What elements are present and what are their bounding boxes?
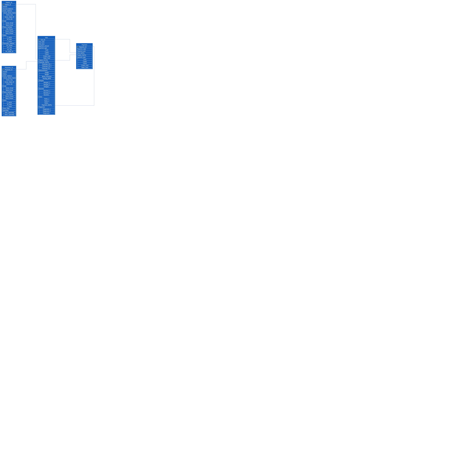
- field-row: Diagnoses_2: [39, 110, 55, 112]
- field-row: Physician_ID_1: [39, 63, 55, 65]
- entity-rows: Patient_IDGenderAccount_BalanceHome_Addr…: [2, 4, 16, 53]
- field-row: Allergies_1: [39, 82, 55, 84]
- field-row: PH_Zip: [3, 48, 16, 51]
- field-label: PH_Street: [6, 45, 12, 46]
- relationship-lines: [0, 0, 123, 120]
- field-row: payment_type: [77, 56, 92, 58]
- field-label: PH_State_ID: [6, 51, 13, 52]
- field-row: Physician_ID_2: [39, 65, 55, 67]
- field-label: Physician_ID_2: [42, 66, 51, 67]
- field-label: Patient_ID(FK): [77, 55, 86, 56]
- entity-visit: Visit Visit_IDVisit_dateVisit_timepaymen…: [38, 36, 55, 115]
- field-row: Home_Street_Name: [3, 77, 16, 79]
- field-row: payment_amount: [38, 45, 55, 47]
- entity-title: Visit: [38, 37, 55, 39]
- field-label: Cell_Phone: [6, 29, 13, 30]
- field-label: Pharmacy_Address: [3, 43, 14, 44]
- field-label: Speclialty: [3, 110, 9, 111]
- field-row: Home_State_ID: [3, 81, 16, 83]
- field-label: F_name: [7, 37, 12, 38]
- field-row: Patient_ID(FK): [77, 54, 92, 56]
- field-row: Name: [2, 99, 16, 101]
- field-label: Visit_time: [39, 43, 44, 45]
- field-label: Home_Address: [3, 75, 12, 77]
- field-label: Email: [3, 20, 6, 22]
- field-label: Vaccines: [39, 88, 44, 89]
- field-row: Pharmacy_Address: [2, 42, 16, 45]
- field-row: Debit_Card: [78, 67, 92, 68]
- field-label: Cell_Phone: [6, 94, 13, 95]
- field-label: Home_Zip: [6, 18, 12, 20]
- field-label: Home_Zip: [6, 83, 12, 85]
- field-row: Salary: [2, 73, 16, 75]
- field-label: Diagnoses...: [43, 112, 50, 114]
- field-row: Cell_Phone: [3, 93, 16, 95]
- entity-physician: Physician_ID Physician_IDGenderSalaryHom…: [2, 66, 16, 116]
- field-row: Vaccines...: [39, 94, 55, 96]
- entity-payment: Payment Payment_IDPayment_datePayment_am…: [76, 43, 93, 69]
- svg-point-1: [3, 5, 3, 5]
- field-label: M_inital: [7, 39, 12, 40]
- field-label: Vaccines...: [44, 94, 50, 96]
- field-label: Name: [3, 35, 6, 36]
- field-row: Home_Zip: [3, 18, 16, 20]
- field-row: Account_Balance: [2, 8, 16, 10]
- entity-patient: Patient_ID Patient_IDGenderAccount_Balan…: [2, 1, 16, 53]
- field-row: Home_Phone: [3, 30, 16, 32]
- field-row: Payment_ID: [77, 46, 92, 48]
- field-row: Phone_Number: [2, 91, 16, 93]
- field-label: Weight: [45, 74, 49, 75]
- field-row: Work_Email: [3, 24, 16, 26]
- field-row: Work_Phone: [3, 97, 16, 99]
- entity-rows: Payment_IDPayment_datePayment_amtVisit_I…: [77, 46, 92, 68]
- primary-key-icon: [39, 39, 40, 40]
- field-label: Work_Phone: [6, 98, 13, 99]
- field-row: Weight: [39, 73, 55, 76]
- field-label: Credit_Card: [43, 55, 50, 57]
- field-row: Home_Email: [3, 22, 16, 24]
- field-row: M_inital: [3, 38, 16, 40]
- field-label: Height: [45, 72, 49, 73]
- field-row: PH_Street: [3, 44, 16, 47]
- field-label: Main_Speclialty: [5, 112, 14, 113]
- field-row: Payment_amt: [77, 50, 92, 52]
- field-label: Home_Email: [6, 87, 13, 89]
- field-row: Height: [39, 71, 55, 74]
- field-row: Notes_1: [39, 98, 55, 100]
- field-label: Visit_ID(FK): [77, 52, 84, 54]
- field-label: L_name: [7, 106, 12, 107]
- field-row: Speclialty: [2, 109, 16, 112]
- field-label: Allergies...: [44, 86, 50, 87]
- field-row: Cell_Phone: [3, 28, 16, 30]
- field-label: Home_Address: [3, 10, 12, 12]
- field-label: Work_Email: [6, 89, 13, 91]
- field-row: Check: [78, 62, 92, 64]
- field-label: Payment_ID: [79, 46, 87, 48]
- field-row: Visit_ID(FK): [77, 52, 92, 54]
- field-row: Email: [2, 20, 16, 22]
- field-label: Cash: [45, 49, 48, 51]
- field-label: Account_Balance: [3, 8, 13, 10]
- field-label: Other_Speclialty: [5, 114, 14, 116]
- field-label: Home_Phone: [5, 30, 13, 32]
- field-label: Allergies: [39, 80, 44, 81]
- field-row: Gender: [2, 71, 16, 73]
- field-label: Home_Phone: [5, 96, 13, 97]
- primary-key-icon: [3, 69, 4, 70]
- field-label: Salary: [3, 73, 7, 75]
- field-label: Home_Street_Name: [4, 12, 16, 14]
- field-row: Home_Address: [2, 75, 16, 77]
- field-row: Diagnoses: [38, 106, 55, 108]
- field-row: Patient_ID: [2, 4, 16, 6]
- field-label: Credit_Card: [81, 65, 88, 66]
- field-label: Gender: [3, 6, 7, 8]
- field-label: Allergies_1: [43, 82, 50, 83]
- primary-key-icon: [77, 46, 79, 48]
- svg-rect-12: [39, 40, 40, 40]
- field-row: Home_State_ID: [3, 16, 16, 18]
- field-row: Home_Phone: [3, 95, 16, 97]
- field-row: Home_City: [3, 14, 16, 16]
- field-row: Notes...: [39, 102, 55, 104]
- field-label: Hired_Date: [3, 108, 10, 109]
- entity-rows: Physician_IDGenderSalaryHome_AddressHome…: [2, 69, 16, 116]
